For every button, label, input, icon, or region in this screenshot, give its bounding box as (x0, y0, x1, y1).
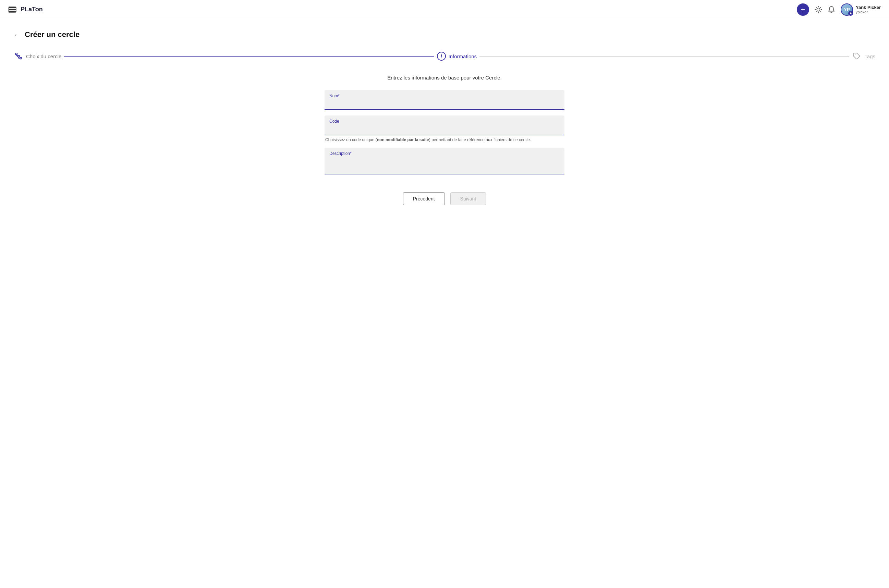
add-button[interactable]: + (797, 3, 809, 16)
nom-field-wrap: Nom* (325, 90, 564, 110)
nom-label: Nom* (329, 93, 560, 98)
step-3-label: Tags (864, 54, 875, 59)
code-hint-suffix: ) permettant de faire référence aux fich… (429, 137, 531, 142)
bell-icon (828, 6, 835, 14)
menu-button[interactable] (8, 6, 16, 13)
description-field-wrap: Description* (325, 148, 564, 174)
top-navigation: PLaTon + YP (0, 0, 889, 19)
code-hint-prefix: Choisissez un code unique ( (325, 137, 377, 142)
step-line-1 (64, 56, 434, 57)
sun-icon (815, 6, 822, 14)
code-group: Code Choisissez un code unique (non modi… (325, 116, 564, 142)
page-title: Créer un cercle (25, 30, 79, 39)
user-name: Yank Picker (856, 5, 881, 10)
app-title: PLaTon (21, 6, 43, 13)
form-actions: Précedent Suivant (325, 192, 564, 205)
form-section: Entrez les informations de base pour vot… (325, 75, 564, 205)
next-button[interactable]: Suivant (450, 192, 486, 205)
notifications-button[interactable] (828, 6, 835, 14)
svg-line-3 (816, 7, 816, 7)
tag-icon (853, 52, 861, 60)
step-line-2 (480, 56, 849, 57)
page-content: ← Créer un cercle Choix du cercle (0, 19, 889, 216)
code-hint: Choisissez un code unique (non modifiabl… (325, 137, 564, 142)
code-label: Code (329, 119, 560, 124)
svg-line-8 (820, 7, 821, 7)
description-group: Description* (325, 148, 564, 174)
form-intro: Entrez les informations de base pour vot… (325, 75, 564, 81)
step-2: i Informations (437, 52, 477, 61)
nav-right: + YP (797, 3, 881, 16)
code-hint-bold: non modifiable par la suite (377, 137, 429, 142)
step-1-label: Choix du cercle (26, 54, 61, 59)
step-2-icon: i (437, 52, 446, 61)
step-1-icon (14, 51, 23, 61)
svg-line-4 (820, 11, 821, 12)
avatar-badge (848, 11, 853, 16)
code-input[interactable] (329, 124, 560, 133)
code-field-wrap: Code (325, 116, 564, 135)
nom-input[interactable] (329, 99, 560, 107)
description-label: Description* (329, 151, 560, 156)
description-input[interactable] (329, 157, 560, 167)
step-3: Tags (852, 51, 875, 61)
nom-group: Nom* (325, 90, 564, 110)
page-header: ← Créer un cercle (14, 30, 875, 39)
back-button[interactable]: ← (14, 31, 21, 39)
svg-point-0 (817, 8, 820, 11)
avatar: YP (841, 3, 853, 16)
theme-toggle-button[interactable] (815, 6, 822, 14)
svg-line-7 (816, 11, 816, 12)
user-handle: ypicker (856, 10, 881, 14)
user-avatar-area[interactable]: YP Yank Picker ypicker (841, 3, 881, 16)
nav-left: PLaTon (8, 6, 43, 13)
org-chart-icon (15, 52, 22, 60)
prev-button[interactable]: Précedent (403, 192, 445, 205)
user-info: Yank Picker ypicker (856, 5, 881, 14)
stepper: Choix du cercle i Informations Tags (14, 51, 875, 61)
step-3-icon (852, 51, 862, 61)
step-1: Choix du cercle (14, 51, 61, 61)
step-2-label: Informations (448, 54, 477, 59)
